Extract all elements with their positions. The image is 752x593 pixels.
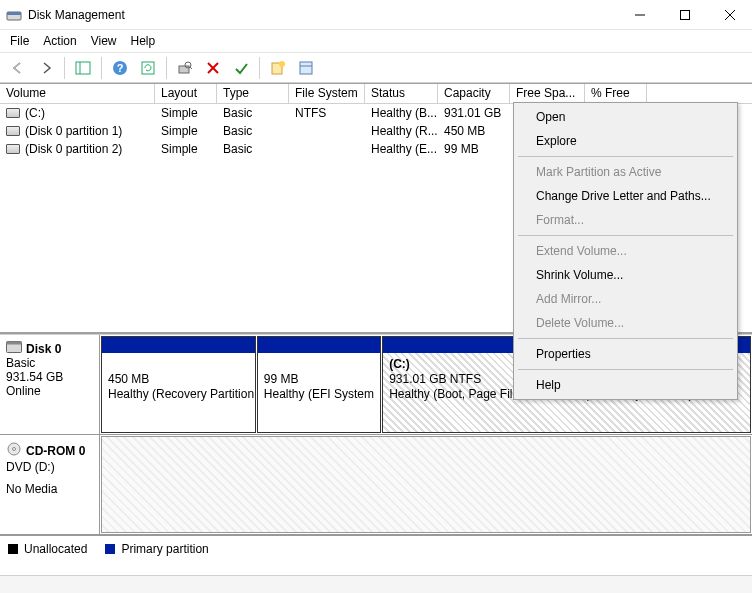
menu-separator — [518, 369, 733, 370]
menu-item[interactable]: Change Drive Letter and Paths... — [516, 184, 735, 208]
checkmark-button[interactable] — [229, 56, 253, 80]
svg-rect-21 — [7, 342, 22, 345]
svg-rect-11 — [179, 66, 189, 73]
col-status[interactable]: Status — [365, 84, 438, 103]
col-filesystem[interactable]: File System — [289, 84, 365, 103]
minimize-button[interactable] — [617, 0, 662, 29]
menu-item: Delete Volume... — [516, 311, 735, 335]
refresh-button[interactable] — [136, 56, 160, 80]
menu-item[interactable]: Explore — [516, 129, 735, 153]
legend: Unallocated Primary partition — [0, 535, 752, 562]
properties-button[interactable] — [294, 56, 318, 80]
disk-label[interactable]: Disk 0Basic931.54 GBOnline — [0, 335, 100, 434]
help-button[interactable]: ? — [108, 56, 132, 80]
col-freespace[interactable]: Free Spa... — [510, 84, 585, 103]
svg-rect-18 — [300, 62, 312, 74]
drive-icon — [6, 126, 20, 136]
app-icon — [6, 7, 22, 23]
close-button[interactable] — [707, 0, 752, 29]
partition[interactable]: 99 MBHealthy (EFI System — [257, 336, 381, 433]
show-hide-console-tree-button[interactable] — [71, 56, 95, 80]
drive-icon — [6, 108, 20, 118]
maximize-button[interactable] — [662, 0, 707, 29]
disk-label[interactable]: CD-ROM 0DVD (D:)No Media — [0, 435, 100, 534]
svg-rect-10 — [142, 62, 154, 74]
svg-rect-3 — [680, 10, 689, 19]
col-type[interactable]: Type — [217, 84, 289, 103]
toolbar: ? — [0, 53, 752, 83]
svg-point-17 — [279, 61, 285, 67]
menu-separator — [518, 235, 733, 236]
disk-icon — [6, 341, 22, 356]
partition[interactable]: 450 MBHealthy (Recovery Partition — [101, 336, 256, 433]
menu-item: Mark Partition as Active — [516, 160, 735, 184]
menu-item: Format... — [516, 208, 735, 232]
menu-item[interactable]: Help — [516, 373, 735, 397]
disk-row: CD-ROM 0DVD (D:)No Media — [0, 435, 752, 535]
svg-line-13 — [190, 67, 192, 69]
menu-action[interactable]: Action — [43, 34, 76, 48]
menu-item: Add Mirror... — [516, 287, 735, 311]
menu-item[interactable]: Properties — [516, 342, 735, 366]
col-capacity[interactable]: Capacity — [438, 84, 510, 103]
delete-button[interactable] — [201, 56, 225, 80]
col-pctfree[interactable]: % Free — [585, 84, 647, 103]
window-title: Disk Management — [28, 8, 617, 22]
context-menu: OpenExploreMark Partition as ActiveChang… — [513, 102, 738, 400]
svg-rect-1 — [7, 12, 21, 15]
menu-separator — [518, 156, 733, 157]
menu-item[interactable]: Open — [516, 105, 735, 129]
menu-file[interactable]: File — [10, 34, 29, 48]
drive-icon — [6, 144, 20, 154]
legend-primary-swatch — [105, 544, 115, 554]
no-media-region — [101, 436, 751, 533]
back-button[interactable] — [6, 56, 30, 80]
menu-help[interactable]: Help — [131, 34, 156, 48]
column-headers: Volume Layout Type File System Status Ca… — [0, 84, 752, 104]
new-button[interactable] — [266, 56, 290, 80]
svg-text:?: ? — [117, 62, 124, 74]
menu-separator — [518, 338, 733, 339]
legend-unallocated-swatch — [8, 544, 18, 554]
menu-item: Extend Volume... — [516, 239, 735, 263]
svg-rect-6 — [76, 62, 90, 74]
col-layout[interactable]: Layout — [155, 84, 217, 103]
title-bar: Disk Management — [0, 0, 752, 30]
settings-button[interactable] — [173, 56, 197, 80]
legend-unallocated-label: Unallocated — [24, 542, 87, 556]
menu-view[interactable]: View — [91, 34, 117, 48]
col-volume[interactable]: Volume — [0, 84, 155, 103]
disk-partitions — [100, 435, 752, 534]
menu-item[interactable]: Shrink Volume... — [516, 263, 735, 287]
status-bar — [0, 575, 752, 593]
svg-point-23 — [13, 448, 16, 451]
disk-icon — [6, 441, 22, 460]
forward-button[interactable] — [34, 56, 58, 80]
legend-primary-label: Primary partition — [121, 542, 208, 556]
menu-bar: File Action View Help — [0, 30, 752, 53]
